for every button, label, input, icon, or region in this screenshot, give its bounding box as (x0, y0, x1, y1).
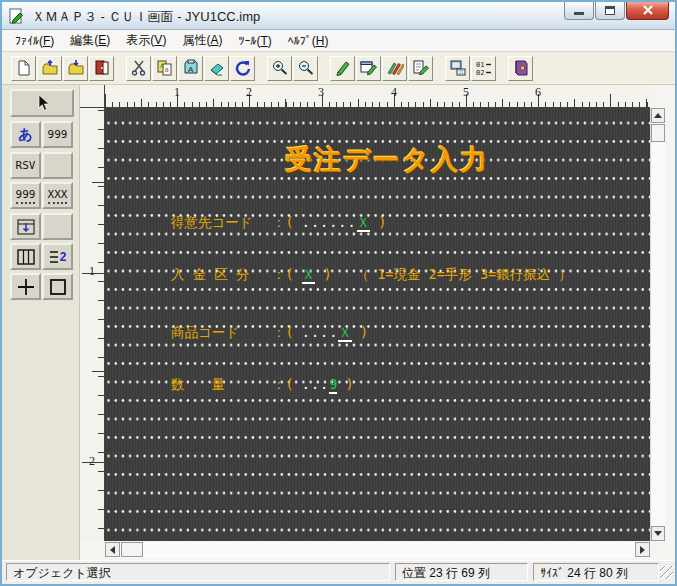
svg-text:B: B (165, 66, 169, 73)
arrow-up-icon (654, 109, 662, 118)
numbered-list-icon: 0102 (475, 59, 493, 77)
new-file-button[interactable] (11, 56, 36, 81)
zoom-in-icon (271, 59, 289, 77)
draw-multi-button[interactable] (382, 56, 407, 81)
terminal-settings-button[interactable] (445, 56, 470, 81)
erase-button[interactable] (204, 56, 229, 81)
column-tool-button[interactable] (10, 243, 41, 270)
palette-blank-button-2[interactable] (42, 213, 73, 240)
cursor-icon (34, 94, 50, 112)
terminal-icon (449, 59, 467, 77)
help-button[interactable] (508, 56, 533, 81)
toolbar: BA A (2, 52, 675, 85)
window-title: ＸＭＡＰ３ - ＣＵＩ画面 - JYU1CC.imp (32, 8, 260, 26)
horizontal-scroll-thumb[interactable] (121, 542, 143, 557)
text-field-tool-button[interactable]: あ (10, 121, 41, 148)
svg-text:02: 02 (476, 69, 484, 77)
repeat-lines-icon (49, 250, 59, 264)
maximize-button[interactable] (595, 1, 625, 20)
table-tool-button[interactable] (10, 213, 41, 240)
tool-palette: あ 999 RSV 999 XXX 2 (2, 85, 80, 560)
screen-title-object[interactable]: 受注データ入力 (285, 142, 489, 178)
open-folder-icon (41, 59, 59, 77)
draw-field-button[interactable] (330, 56, 355, 81)
arrow-right-icon (640, 546, 649, 554)
palette-blank-button-1[interactable] (42, 152, 73, 179)
menu-bar: ﾌｧｲﾙ(F) 編集(E) 表示(V) 属性(A) ﾂｰﾙ(T) ﾍﾙﾌﾟ(H) (2, 30, 675, 52)
maximize-icon (605, 6, 615, 15)
close-icon (642, 5, 654, 15)
exit-button[interactable] (89, 56, 114, 81)
status-bar: オブジェクト選択 位置 23 行 69 列 ｻｲｽﾞ 24 行 80 列 (2, 560, 675, 584)
scroll-down-button[interactable] (651, 526, 665, 541)
rectangle-icon (49, 278, 67, 296)
zoom-out-icon (297, 59, 315, 77)
eraser-icon (208, 59, 226, 77)
status-mode: オブジェクト選択 (6, 563, 390, 581)
numeric-output-tool-button[interactable]: 999 (10, 182, 41, 209)
menu-view[interactable]: 表示(V) (118, 29, 174, 52)
arrow-left-icon (106, 546, 115, 554)
pencil-icon (334, 59, 352, 77)
status-position: 位置 23 行 69 列 (395, 563, 528, 581)
crosshair-icon (17, 278, 35, 296)
zoom-in-button[interactable] (267, 56, 292, 81)
resize-grip[interactable] (660, 566, 673, 579)
horizontal-scrollbar[interactable] (105, 542, 650, 558)
scroll-left-button[interactable] (105, 542, 120, 557)
screen-canvas[interactable]: 受注データ入力 得意先コード：( ......Ｘ ) 入 金 区 分：( Ｘ )… (105, 108, 650, 541)
field-row-payment-type[interactable]: 入 金 区 分：( Ｘ )（ 1=現金 2=手形 3=銀行振込 ） (171, 266, 572, 283)
list-pencil-icon (412, 59, 430, 77)
menu-attribute[interactable]: 属性(A) (174, 29, 230, 52)
window-pencil-icon (360, 59, 378, 77)
pointer-tool-button[interactable] (10, 89, 74, 117)
xmap3-window: ＸＭＡＰ３ - ＣＵＩ画面 - JYU1CC.imp ﾌｧｲﾙ(F) 編集(E)… (0, 0, 677, 586)
zoom-out-button[interactable] (293, 56, 318, 81)
save-folder-icon (67, 59, 85, 77)
sequence-list-button[interactable]: 0102 (471, 56, 496, 81)
cut-button[interactable] (126, 56, 151, 81)
arrow-down-icon (654, 531, 662, 540)
title-bar: ＸＭＡＰ３ - ＣＵＩ画面 - JYU1CC.imp (2, 2, 675, 30)
menu-tool[interactable]: ﾂｰﾙ(T) (230, 31, 279, 51)
minimize-button[interactable] (564, 1, 594, 20)
vertical-scroll-thumb[interactable] (651, 124, 665, 142)
svg-text:A: A (188, 65, 194, 74)
columns-icon (17, 249, 35, 265)
edit-screen-button[interactable] (356, 56, 381, 81)
paste-button[interactable]: A (178, 56, 203, 81)
exit-door-icon (93, 59, 111, 77)
scissors-icon (130, 59, 148, 77)
new-file-icon (15, 59, 33, 77)
field-row-customer-code[interactable]: 得意先コード：( ......Ｘ ) (171, 214, 386, 231)
minimize-icon (574, 12, 584, 15)
copy-button[interactable]: BA (152, 56, 177, 81)
cross-line-tool-button[interactable] (10, 273, 41, 300)
edit-attributes-button[interactable] (408, 56, 433, 81)
horizontal-ruler: 1 2 3 4 5 6 (105, 85, 650, 108)
close-button[interactable] (626, 1, 669, 20)
scroll-right-button[interactable] (635, 542, 650, 557)
main-area: あ 999 RSV 999 XXX 2 1 (2, 85, 675, 560)
scroll-up-button[interactable] (651, 108, 665, 123)
field-row-quantity[interactable]: 数 量：( ...9 ) (171, 376, 354, 393)
numeric-field-tool-button[interactable]: 999 (42, 121, 73, 148)
open-file-button[interactable] (37, 56, 62, 81)
svg-text:01: 01 (476, 61, 484, 69)
repeat-tool-button[interactable]: 2 (42, 243, 73, 270)
undo-button[interactable] (230, 56, 255, 81)
save-file-button[interactable] (63, 56, 88, 81)
svg-text:A: A (160, 62, 164, 69)
menu-edit[interactable]: 編集(E) (62, 29, 118, 52)
reserved-field-tool-button[interactable]: RSV (10, 152, 41, 179)
vertical-scrollbar[interactable] (650, 108, 665, 541)
menu-help[interactable]: ﾍﾙﾌﾟ(H) (280, 31, 337, 51)
paste-clipboard-icon: A (182, 59, 200, 77)
copy-icon: BA (156, 59, 174, 77)
field-row-product-code[interactable]: 商品コード：( ....Ｘ ) (171, 324, 368, 341)
menu-file[interactable]: ﾌｧｲﾙ(F) (7, 31, 62, 51)
status-size: ｻｲｽﾞ 24 行 80 列 (533, 563, 659, 581)
app-icon (9, 8, 25, 24)
box-tool-button[interactable] (42, 273, 73, 300)
text-output-tool-button[interactable]: XXX (42, 182, 73, 209)
